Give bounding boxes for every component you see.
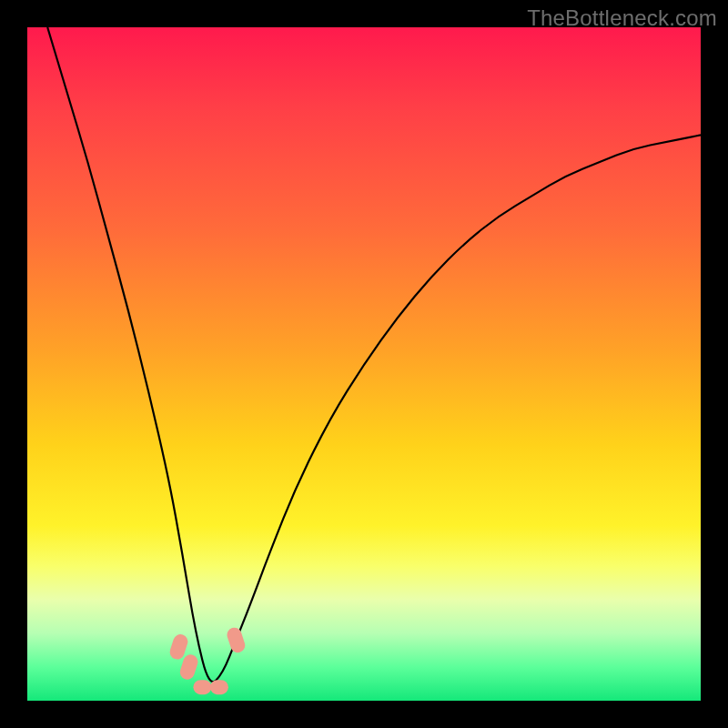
chart-frame: TheBottleneck.com — [0, 0, 728, 728]
chart-background-gradient — [27, 27, 701, 701]
watermark-text: TheBottleneck.com — [527, 5, 717, 31]
